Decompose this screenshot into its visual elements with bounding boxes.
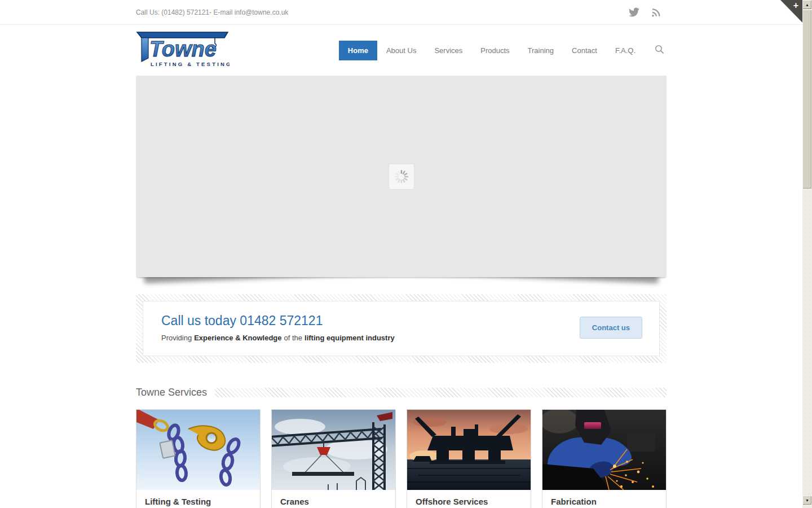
cta-banner: Call us today 01482 572121 ProvidingExpe…: [136, 294, 667, 363]
page-viewport: Call Us: (01482) 572121- E-mail info@tow…: [0, 0, 802, 508]
card-title: Offshore Services: [416, 497, 522, 506]
card-lifting-testing[interactable]: Lifting & Testing Complete Solutions: [136, 409, 261, 508]
loading-spinner-icon: [394, 169, 409, 185]
nav-item-about-us[interactable]: About Us: [377, 41, 425, 60]
nav-item-faq[interactable]: F.A.Q.: [606, 41, 645, 60]
offshore-services-image: [407, 410, 531, 490]
nav-item-training[interactable]: Training: [519, 41, 563, 60]
site-header: Towne LIFTING & TESTING Home About Us Se…: [0, 25, 802, 76]
scrollbar-thumb[interactable]: [802, 10, 812, 189]
nav-item-products[interactable]: Products: [471, 41, 518, 60]
topbar: Call Us: (01482) 572121- E-mail info@tow…: [0, 0, 802, 25]
social-links: [629, 7, 667, 17]
cranes-image: [272, 410, 395, 490]
services-heading: Towne Services: [136, 387, 207, 398]
services-heading-rule: [215, 388, 667, 397]
services-section: Towne Services: [136, 387, 667, 508]
search-icon[interactable]: [645, 39, 667, 62]
loading-spinner-box: [389, 164, 414, 190]
card-title: Fabrication: [551, 497, 657, 506]
card-cranes[interactable]: Cranes Installation & Commissioning: [271, 409, 396, 508]
nav-item-services[interactable]: Services: [425, 41, 471, 60]
topbar-contact-text: Call Us: (01482) 572121- E-mail info@tow…: [136, 8, 288, 16]
cta-subtext: ProvidingExperience & Knowledgeof thelif…: [161, 334, 397, 342]
scrollbar-down-button[interactable]: ▼: [802, 496, 812, 505]
hero-slider: [136, 76, 667, 277]
nav-item-home[interactable]: Home: [339, 41, 377, 60]
twitter-icon[interactable]: [629, 7, 639, 17]
towne-logo[interactable]: Towne LIFTING & TESTING: [136, 30, 230, 71]
main-navigation: Home About Us Services Products Training…: [339, 39, 667, 62]
rss-icon[interactable]: [651, 7, 661, 17]
card-title: Lifting & Testing: [145, 497, 251, 506]
logo-crane-leg: [142, 38, 148, 62]
logo-brand-text: Towne: [149, 37, 217, 61]
card-title: Cranes: [280, 497, 387, 506]
vertical-scrollbar[interactable]: ▲ ▼: [802, 0, 812, 508]
plus-icon: +: [793, 1, 798, 11]
card-fabrication[interactable]: Fabrication Beams, Frames & Bespoke: [542, 409, 667, 508]
nav-item-contact[interactable]: Contact: [563, 41, 606, 60]
fabrication-image: [542, 410, 666, 490]
contact-us-button[interactable]: Contact us: [580, 317, 642, 339]
logo-tagline: LIFTING & TESTING: [151, 61, 230, 67]
service-cards: Lifting & Testing Complete Solutions: [136, 409, 667, 508]
cta-heading: Call us today 01482 572121: [161, 313, 397, 329]
scrollbar-up-button[interactable]: ▲: [802, 0, 812, 10]
card-offshore-services[interactable]: Offshore Services OPITO Approved: [407, 409, 531, 508]
hero-slider-wrap: [136, 76, 667, 277]
lifting-testing-image: [136, 410, 260, 490]
